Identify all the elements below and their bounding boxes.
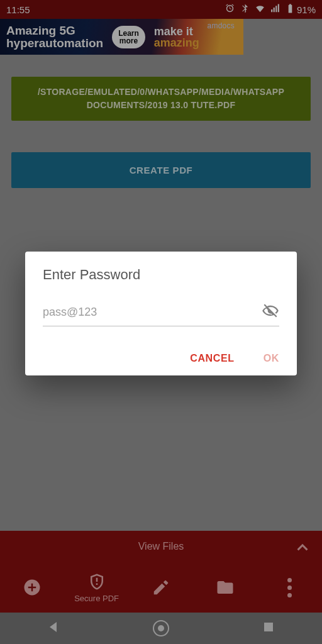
toggle-visibility-button[interactable] <box>262 302 279 322</box>
cancel-button[interactable]: CANCEL <box>190 353 235 364</box>
password-dialog: Enter Password CANCEL OK <box>25 252 297 375</box>
eye-off-icon <box>262 302 279 319</box>
ok-button[interactable]: OK <box>264 353 279 364</box>
password-input[interactable] <box>43 306 262 319</box>
dialog-title: Enter Password <box>43 267 279 283</box>
